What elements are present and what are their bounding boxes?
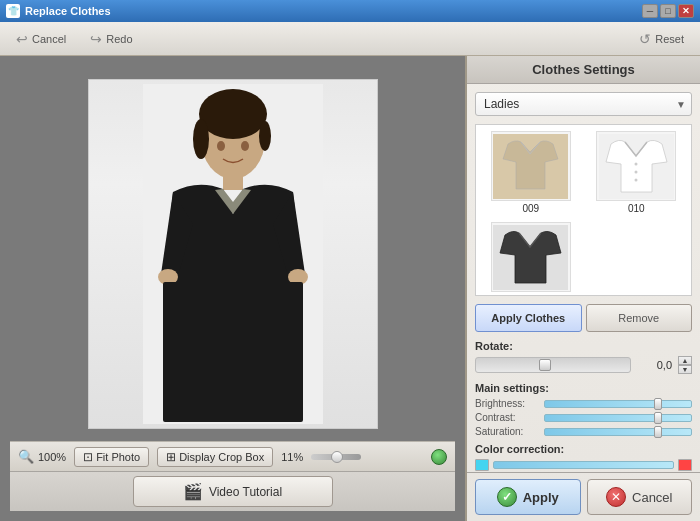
clothes-thumb-009 [491, 131, 571, 201]
photo-person [89, 80, 377, 428]
color-correction-label: Color correction: [475, 443, 692, 455]
saturation-row: Saturation: [475, 426, 692, 437]
minimize-button[interactable]: ─ [642, 4, 658, 18]
settings-title: Clothes Settings [532, 62, 635, 77]
tutorial-icon: 🎬 [183, 482, 203, 501]
contrast-label: Contrast: [475, 412, 540, 423]
brightness-row: Brightness: [475, 398, 692, 409]
apply-label: Apply [523, 490, 559, 505]
apply-check-icon: ✓ [497, 487, 517, 507]
fit-photo-icon: ⊡ [83, 450, 93, 464]
fit-photo-label: Fit Photo [96, 451, 140, 463]
saturation-slider[interactable] [544, 428, 692, 436]
saturation-label: Saturation: [475, 426, 540, 437]
window-controls: ─ □ ✕ [642, 4, 694, 18]
apply-button[interactable]: ✓ Apply [475, 479, 581, 515]
zoom-display: 🔍 100% [18, 449, 66, 464]
color-row-1 [475, 459, 692, 471]
percent-value: 11% [281, 451, 303, 463]
svg-rect-5 [223, 172, 243, 190]
color-correction: Color correction: [475, 443, 692, 472]
crop-icon: ⊞ [166, 450, 176, 464]
person-silhouette [143, 84, 323, 424]
close-button[interactable]: ✕ [678, 4, 694, 18]
rotate-row: 0,0 ▲ ▼ [475, 356, 692, 374]
left-panel: 🔍 100% ⊡ Fit Photo ⊞ Display Crop Box 11… [0, 56, 465, 521]
rotate-value: 0,0 [637, 359, 672, 371]
tutorial-button[interactable]: 🎬 Video Tutorial [133, 476, 333, 507]
spin-up-button[interactable]: ▲ [678, 356, 692, 365]
main-settings: Main settings: Brightness: Contrast: Sat… [475, 382, 692, 437]
color-swatch-cyan [475, 459, 489, 471]
clothes-thumb-010 [596, 131, 676, 201]
brightness-thumb [654, 398, 662, 410]
clothes-grid-container: 009 [475, 124, 692, 296]
color-slider-1[interactable] [493, 461, 674, 469]
apply-clothes-button[interactable]: Apply Clothes [475, 304, 582, 332]
cancel-x-icon: ✕ [606, 487, 626, 507]
zoom-slider[interactable] [311, 454, 361, 460]
cancel-icon: ↩ [16, 31, 28, 47]
cancel-label: Cancel [632, 490, 672, 505]
svg-point-15 [634, 178, 637, 181]
category-select[interactable]: Ladies Men Children [475, 92, 692, 116]
svg-point-3 [193, 119, 209, 159]
bottom-actions: ✓ Apply ✕ Cancel [467, 472, 700, 521]
reset-icon: ↺ [639, 31, 651, 47]
svg-point-10 [241, 141, 249, 151]
rotate-slider[interactable] [475, 357, 631, 373]
redo-button[interactable]: ↪ Redo [84, 29, 138, 49]
canvas-area [10, 66, 455, 441]
redo-icon: ↪ [90, 31, 102, 47]
title-bar: 👕 Replace Clothes ─ □ ✕ [0, 0, 700, 22]
svg-rect-8 [163, 282, 303, 422]
clothes-label-009: 009 [522, 203, 539, 214]
clothes-scroll-inner: 009 [476, 125, 691, 295]
toolbar: ↩ Cancel ↪ Redo ↺ Reset [0, 22, 700, 56]
svg-point-14 [634, 170, 637, 173]
clothes-thumb-011 [491, 222, 571, 292]
clothes-action-buttons: Apply Clothes Remove [475, 304, 692, 332]
reset-button[interactable]: ↺ Reset [633, 29, 690, 49]
zoom-slider-thumb [331, 451, 343, 463]
brightness-label: Brightness: [475, 398, 540, 409]
contrast-slider[interactable] [544, 414, 692, 422]
rotate-spin: ▲ ▼ [678, 356, 692, 374]
contrast-thumb [654, 412, 662, 424]
window-title: Replace Clothes [25, 5, 111, 17]
svg-point-9 [217, 141, 225, 151]
clothes-label-010: 010 [628, 203, 645, 214]
settings-header: Clothes Settings [467, 56, 700, 84]
dropdown-wrapper: Ladies Men Children ▼ [475, 92, 692, 116]
svg-point-13 [634, 162, 637, 165]
display-crop-button[interactable]: ⊞ Display Crop Box [157, 447, 273, 467]
main-settings-label: Main settings: [475, 382, 692, 394]
clothes-image-010 [599, 134, 674, 199]
settings-body: Ladies Men Children ▼ [467, 84, 700, 472]
contrast-row: Contrast: [475, 412, 692, 423]
cancel-button[interactable]: ↩ Cancel [10, 29, 72, 49]
action-bar: 🎬 Video Tutorial [10, 471, 455, 511]
photo-container [88, 79, 378, 429]
saturation-thumb [654, 426, 662, 438]
clothes-label-011: 011 [522, 294, 539, 295]
zoom-icon: 🔍 [18, 449, 34, 464]
maximize-button[interactable]: □ [660, 4, 676, 18]
clothes-image-009 [493, 134, 568, 199]
app-icon: 👕 [6, 4, 20, 18]
right-panel: Clothes Settings Ladies Men Children ▼ [465, 56, 700, 521]
category-dropdown-container: Ladies Men Children ▼ [475, 92, 692, 116]
color-swatch-red [678, 459, 692, 471]
clothes-item[interactable]: 010 [586, 129, 688, 216]
clothes-image-011 [493, 225, 568, 290]
clothes-item[interactable]: 011 [480, 220, 582, 295]
fit-photo-button[interactable]: ⊡ Fit Photo [74, 447, 149, 467]
spin-down-button[interactable]: ▼ [678, 365, 692, 374]
display-crop-label: Display Crop Box [179, 451, 264, 463]
cancel-main-button[interactable]: ✕ Cancel [587, 479, 693, 515]
zoom-value: 100% [38, 451, 66, 463]
brightness-slider[interactable] [544, 400, 692, 408]
clothes-item[interactable]: 009 [480, 129, 582, 216]
rotate-thumb [539, 359, 551, 371]
remove-button[interactable]: Remove [586, 304, 693, 332]
